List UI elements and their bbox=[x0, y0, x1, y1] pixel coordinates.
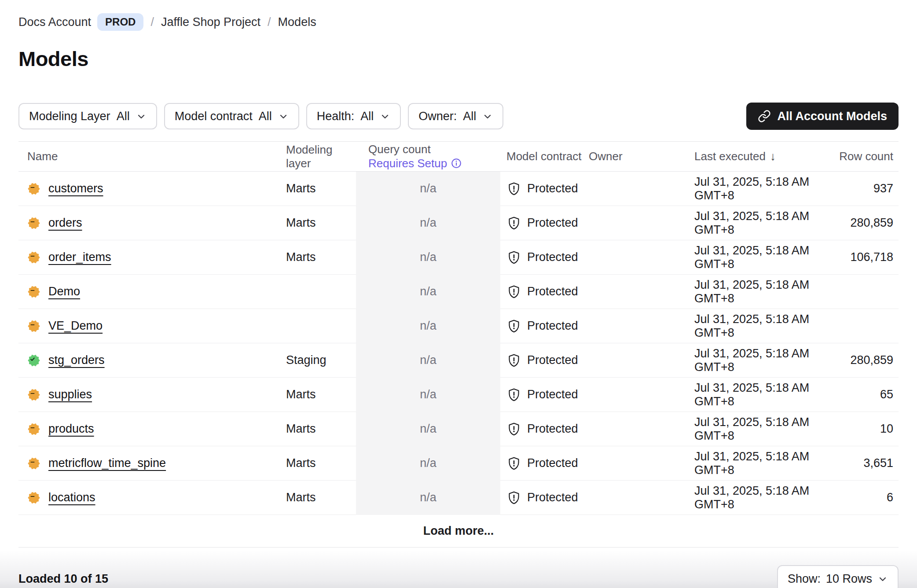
query-count-value: n/a bbox=[420, 319, 436, 332]
filter-label: Health: bbox=[317, 110, 355, 123]
col-header-owner[interactable]: Owner bbox=[585, 150, 691, 163]
col-header-query-count: Query count Requires Setup bbox=[356, 143, 500, 169]
query-count-cell: n/a bbox=[356, 456, 500, 470]
name-cell: locations bbox=[18, 491, 286, 504]
table-header-row: Name Modeling layer Query count Requires… bbox=[18, 142, 899, 172]
health-warning-seal-minus-icon bbox=[27, 457, 40, 470]
model-link[interactable]: customers bbox=[48, 182, 103, 195]
show-value: 10 Rows bbox=[826, 572, 872, 586]
model-contract-filter[interactable]: Model contract All bbox=[164, 103, 299, 129]
model-contract-value: Protected bbox=[527, 285, 578, 298]
model-contract-cell: Protected bbox=[500, 216, 585, 231]
requires-setup-link[interactable]: Requires Setup bbox=[368, 157, 500, 170]
health-warning-seal-minus-icon bbox=[27, 217, 40, 230]
health-filter[interactable]: Health: All bbox=[306, 103, 401, 129]
model-link[interactable]: Demo bbox=[48, 285, 80, 298]
owner-filter[interactable]: Owner: All bbox=[408, 103, 503, 129]
breadcrumb: Docs Account PROD / Jaffle Shop Project … bbox=[18, 0, 899, 31]
query-count-cell: n/a bbox=[356, 422, 500, 436]
model-link[interactable]: orders bbox=[48, 216, 82, 230]
last-executed-cell: Jul 31, 2025, 5:18 AM GMT+8 bbox=[691, 244, 823, 271]
last-executed-cell: Jul 31, 2025, 5:18 AM GMT+8 bbox=[691, 312, 823, 340]
col-header-last-executed[interactable]: Last executed ↓ bbox=[691, 150, 823, 163]
model-link[interactable]: locations bbox=[48, 491, 95, 504]
last-executed-cell: Jul 31, 2025, 5:18 AM GMT+8 bbox=[691, 347, 823, 374]
breadcrumb-current: Models bbox=[278, 15, 316, 29]
col-header-modeling-layer[interactable]: Modeling layer bbox=[286, 143, 356, 170]
shield-exclamation-icon bbox=[506, 456, 521, 471]
col-header-model-contract[interactable]: Model contract bbox=[500, 150, 585, 163]
model-link[interactable]: VE_Demo bbox=[48, 319, 103, 333]
all-account-models-button[interactable]: All Account Models bbox=[746, 103, 899, 130]
model-contract-cell: Protected bbox=[500, 456, 585, 471]
health-warning-seal-minus-icon bbox=[27, 251, 40, 264]
table-footer: Loaded 10 of 15 Show: 10 Rows bbox=[18, 565, 899, 588]
shield-exclamation-icon bbox=[506, 353, 521, 368]
shield-exclamation-icon bbox=[506, 387, 521, 402]
name-cell: order_items bbox=[18, 250, 286, 264]
model-link[interactable]: metricflow_time_spine bbox=[48, 456, 166, 470]
query-count-cell: n/a bbox=[356, 353, 500, 367]
modeling-layer-cell: Marts bbox=[286, 456, 356, 470]
row-count-cell: 280,859 bbox=[823, 216, 899, 230]
load-more-row: Load more... bbox=[18, 515, 899, 548]
model-link[interactable]: stg_orders bbox=[48, 353, 105, 367]
model-link[interactable]: supplies bbox=[48, 388, 92, 401]
modeling-layer-filter[interactable]: Modeling Layer All bbox=[18, 103, 157, 129]
col-header-name[interactable]: Name bbox=[18, 150, 286, 163]
query-count-cell: n/a bbox=[356, 250, 500, 264]
query-count-value: n/a bbox=[420, 182, 436, 195]
shield-exclamation-icon bbox=[506, 490, 521, 505]
models-table: Name Modeling layer Query count Requires… bbox=[18, 141, 899, 548]
breadcrumb-project[interactable]: Jaffle Shop Project bbox=[161, 15, 260, 29]
model-contract-cell: Protected bbox=[500, 490, 585, 505]
info-icon[interactable] bbox=[451, 158, 462, 169]
filter-value: All bbox=[463, 110, 476, 123]
last-executed-cell: Jul 31, 2025, 5:18 AM GMT+8 bbox=[691, 278, 823, 305]
health-warning-seal-minus-icon bbox=[27, 423, 40, 436]
model-contract-value: Protected bbox=[527, 182, 578, 195]
shield-exclamation-icon bbox=[506, 284, 521, 299]
chevron-down-icon bbox=[877, 574, 888, 584]
shield-exclamation-icon bbox=[506, 216, 521, 231]
name-cell: orders bbox=[18, 216, 286, 230]
model-contract-cell: Protected bbox=[500, 353, 585, 368]
health-warning-seal-minus-icon bbox=[27, 182, 40, 195]
query-count-cell: n/a bbox=[356, 319, 500, 333]
breadcrumb-separator: / bbox=[150, 15, 154, 29]
query-count-value: n/a bbox=[420, 216, 436, 229]
model-contract-cell: Protected bbox=[500, 319, 585, 334]
health-warning-seal-minus-icon bbox=[27, 285, 40, 298]
query-count-value: n/a bbox=[420, 353, 436, 367]
breadcrumb-separator: / bbox=[268, 15, 271, 29]
load-more-button[interactable]: Load more... bbox=[423, 524, 494, 538]
model-contract-value: Protected bbox=[527, 388, 578, 401]
name-cell: customers bbox=[18, 182, 286, 195]
last-executed-cell: Jul 31, 2025, 5:18 AM GMT+8 bbox=[691, 175, 823, 202]
name-cell: stg_orders bbox=[18, 353, 286, 367]
show-label: Show: bbox=[788, 572, 821, 586]
query-count-value: n/a bbox=[420, 250, 436, 264]
row-count-cell: 280,859 bbox=[823, 353, 899, 367]
model-link[interactable]: order_items bbox=[48, 250, 111, 264]
chevron-down-icon bbox=[136, 111, 147, 122]
show-rows-dropdown[interactable]: Show: 10 Rows bbox=[777, 565, 899, 588]
modeling-layer-cell: Marts bbox=[286, 422, 356, 436]
col-header-row-count[interactable]: Row count bbox=[823, 150, 899, 163]
health-success-seal-check-icon bbox=[27, 354, 40, 367]
name-cell: VE_Demo bbox=[18, 319, 286, 333]
filter-value: All bbox=[117, 110, 130, 123]
model-contract-value: Protected bbox=[527, 456, 578, 470]
health-warning-seal-minus-icon bbox=[27, 388, 40, 401]
query-count-label: Query count bbox=[368, 143, 500, 156]
model-contract-value: Protected bbox=[527, 250, 578, 264]
filter-label: Model contract bbox=[175, 110, 253, 123]
modeling-layer-cell: Marts bbox=[286, 250, 356, 264]
last-executed-cell: Jul 31, 2025, 5:18 AM GMT+8 bbox=[691, 450, 823, 477]
sort-desc-arrow-icon: ↓ bbox=[770, 150, 776, 163]
row-count-cell: 10 bbox=[823, 422, 899, 436]
page-title: Models bbox=[18, 47, 899, 71]
breadcrumb-account[interactable]: Docs Account bbox=[18, 15, 91, 29]
model-link[interactable]: products bbox=[48, 422, 94, 436]
query-count-value: n/a bbox=[420, 491, 436, 504]
